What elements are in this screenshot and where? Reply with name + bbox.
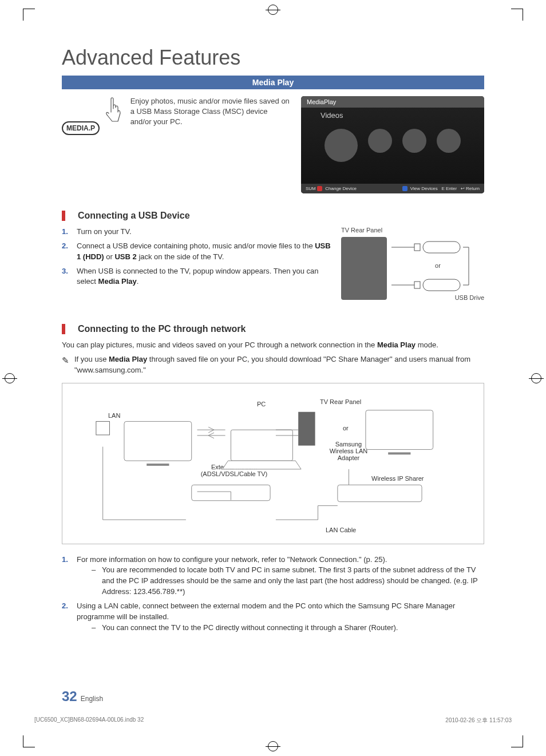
registration-mark (5, 373, 15, 383)
crop-mark (511, 9, 523, 21)
list-item: 3.When USB is connected to the TV, popup… (62, 266, 331, 288)
media-icon (437, 129, 461, 153)
svg-rect-10 (124, 421, 192, 461)
svg-rect-1 (414, 244, 420, 251)
mediaplay-screenshot: MediaPlay Videos SUM Change Device (301, 96, 484, 193)
section-accent (62, 211, 65, 221)
screenshot-footer-right: View Devices E Enter ↩ Return (402, 186, 480, 191)
page-number: 32English (62, 688, 103, 704)
footer-left: [UC6500_XC]BN68-02694A-00L06.indb 32 (34, 717, 144, 725)
svg-rect-9 (96, 421, 110, 435)
list-item: 1. For more information on how to config… (62, 555, 484, 597)
blue-key-icon (402, 186, 407, 191)
page-title: Advanced Features (62, 46, 512, 70)
intro-text: Enjoy photos, music and/or movie files s… (130, 96, 290, 193)
crop-mark (23, 735, 35, 747)
svg-rect-11 (147, 464, 169, 466)
registration-mark (531, 373, 541, 383)
list-item: 2.Connect a USB device containing photo,… (62, 241, 331, 263)
hand-icon (102, 96, 125, 130)
registration-mark (268, 741, 278, 751)
list-item: 2. Using a LAN cable, connect between th… (62, 601, 484, 634)
svg-rect-15 (298, 411, 315, 445)
tv-panel-illustration (341, 237, 387, 300)
crop-mark (23, 9, 35, 21)
section-bar-media-play: Media Play (62, 76, 484, 89)
svg-rect-2 (423, 242, 460, 253)
svg-rect-14 (388, 452, 410, 454)
section-title-usb: Connecting a USB Device (78, 211, 190, 221)
usb-figure: TV Rear Panel or USB Drive (341, 227, 484, 301)
section-accent (62, 324, 65, 334)
media-icon (402, 129, 426, 153)
footer-right: 2010-02-26 오후 11:57:03 (445, 717, 512, 725)
usb-connection-diagram (391, 236, 477, 299)
media-icon (368, 129, 392, 153)
videos-icon (325, 129, 358, 162)
figure-caption: TV Rear Panel (341, 227, 484, 233)
crop-mark (511, 735, 523, 747)
screenshot-subtitle: Videos (301, 108, 484, 123)
section-title-pc: Connecting to the PC through network (78, 324, 246, 334)
remote-illustration: MEDIA.P (62, 96, 125, 193)
note-icon: ✎ (62, 354, 74, 376)
svg-rect-17 (338, 485, 422, 501)
screenshot-footer-left: SUM Change Device (306, 186, 357, 191)
red-key-icon (317, 186, 322, 191)
svg-rect-5 (423, 279, 460, 291)
svg-rect-12 (231, 430, 292, 461)
registration-mark (268, 5, 278, 15)
list-item: 1.Turn on your TV. (62, 227, 331, 238)
note: ✎ If you use Media Play through saved fi… (62, 354, 484, 376)
network-diagram: LAN PC TV Rear Panel or Samsung Wireless… (62, 383, 484, 544)
svg-rect-4 (414, 282, 420, 288)
screenshot-title: MediaPlay (301, 96, 484, 108)
section2-lead: You can play pictures, music and videos … (62, 340, 484, 351)
remote-button-label: MEDIA.P (62, 121, 100, 135)
svg-rect-13 (366, 410, 433, 449)
